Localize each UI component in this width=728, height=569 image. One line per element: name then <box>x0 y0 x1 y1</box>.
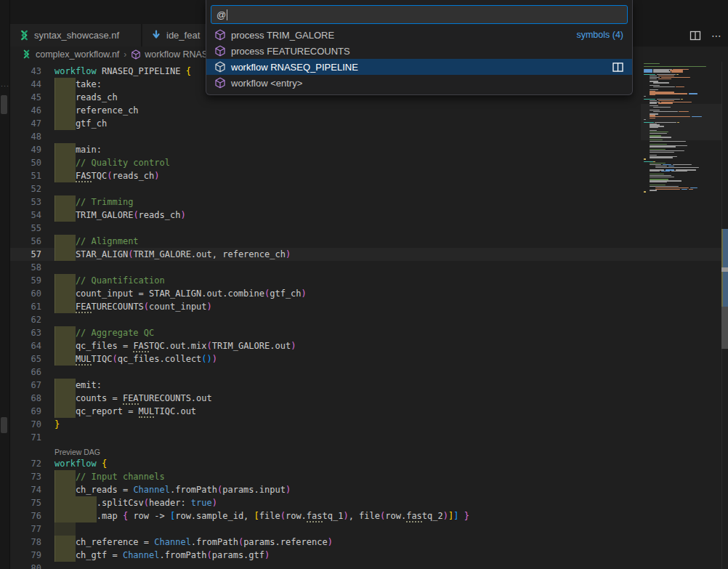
line-number: 73 <box>10 470 41 483</box>
code-editor[interactable]: 43workflow RNASEQ_PIPELINE {44 take:45 r… <box>10 62 721 569</box>
quick-open-input[interactable]: @ <box>211 5 628 24</box>
code-line[interactable]: 57 STAR_ALIGN(TRIM_GALORE.out, reference… <box>10 248 721 261</box>
line-number: 45 <box>10 91 41 104</box>
code-line[interactable]: 77 <box>10 522 721 536</box>
editor-actions: ⋯ <box>689 24 722 47</box>
line-number: 47 <box>10 117 41 130</box>
code-line[interactable]: 49 main: <box>10 143 721 156</box>
tab-label: syntax_showcase.nf <box>34 30 119 41</box>
quick-open-item-label: process FEATURECOUNTS <box>231 46 350 57</box>
line-number: 57 <box>10 248 41 261</box>
code-line[interactable]: 73 // Input channels <box>10 470 721 483</box>
line-number: 79 <box>10 549 41 562</box>
line-number: 56 <box>10 235 41 248</box>
line-number: 58 <box>10 261 41 274</box>
code-line[interactable]: 69 qc_report = MULTIQC.out <box>10 405 721 418</box>
code-line[interactable]: 67 emit: <box>10 379 721 392</box>
line-number: 55 <box>10 222 41 235</box>
quick-open-popup: @ process TRIM_GALOREsymbols (4)process … <box>206 0 633 95</box>
line-number: 75 <box>10 496 41 509</box>
code-line[interactable]: 53 // Trimming <box>10 195 721 209</box>
quick-open-item[interactable]: workflow RNASEQ_PIPELINE <box>206 59 632 75</box>
code-line[interactable]: 74 ch_reads = Channel.fromPath(params.in… <box>10 483 721 496</box>
line-number: 60 <box>10 287 41 300</box>
minimap-line <box>641 191 721 193</box>
code-line[interactable]: 63 // Aggregate QC <box>10 326 721 339</box>
line-number: 61 <box>10 300 41 313</box>
code-line[interactable]: 64 qc_files = FASTQC.out.mix(TRIM_GALORE… <box>10 339 721 352</box>
quick-open-item-label: workflow <entry> <box>231 78 302 89</box>
line-number: 49 <box>10 143 41 156</box>
code-line[interactable]: 65 MULTIQC(qc_files.collect()) <box>10 352 721 366</box>
tab-label: ide_feat <box>166 30 200 41</box>
line-number: 63 <box>10 326 41 339</box>
line-number: 68 <box>10 392 41 405</box>
code-line[interactable]: 46 reference_ch <box>10 104 721 117</box>
breadcrumb-file[interactable]: complex_workflow.nf <box>36 49 119 60</box>
split-editor-icon[interactable] <box>689 30 701 41</box>
text-caret <box>227 9 227 20</box>
code-line[interactable]: 55 <box>10 222 721 235</box>
code-line[interactable]: 54 TRIM_GALORE(reads_ch) <box>10 209 721 222</box>
line-number: 74 <box>10 483 41 496</box>
code-line[interactable]: 70} <box>10 418 721 431</box>
tab-syntax-showcase[interactable]: syntax_showcase.nf <box>10 24 142 47</box>
code-line[interactable]: 75 .splitCsv(header: true) <box>10 496 721 509</box>
line-number: 48 <box>10 130 41 143</box>
line-number: 46 <box>10 104 41 117</box>
quick-open-item[interactable]: process TRIM_GALOREsymbols (4) <box>206 27 632 43</box>
open-to-side-icon[interactable] <box>612 62 623 72</box>
overview-cursor-marker <box>721 267 728 272</box>
symbol-cube-icon <box>214 29 226 41</box>
minimap[interactable] <box>641 63 721 565</box>
indent-highlight <box>54 522 76 536</box>
codelens-preview-dag[interactable]: Preview DAG <box>10 444 721 457</box>
line-number: 44 <box>10 78 41 91</box>
symbol-cube-icon <box>214 77 226 89</box>
code-line[interactable]: 78 ch_reference = Channel.fromPath(param… <box>10 536 721 549</box>
code-line[interactable]: 68 counts = FEATURECOUNTS.out <box>10 392 721 405</box>
code-line[interactable]: 61 FEATURECOUNTS(count_input) <box>10 300 721 313</box>
quick-open-item[interactable]: workflow <entry> <box>206 75 632 91</box>
quick-open-item[interactable]: process FEATURECOUNTS <box>206 43 632 59</box>
line-number: 43 <box>10 65 41 78</box>
editor-scrollbar[interactable] <box>721 62 728 569</box>
code-line[interactable]: 79 ch_gtf = Channel.fromPath(params.gtf) <box>10 549 721 562</box>
code-line[interactable]: 72workflow { <box>10 457 721 470</box>
code-line[interactable]: 58 <box>10 261 721 274</box>
line-number: 53 <box>10 195 41 209</box>
line-number: 54 <box>10 209 41 222</box>
line-number: 69 <box>10 405 41 418</box>
line-number: 70 <box>10 418 41 431</box>
line-number: 67 <box>10 379 41 392</box>
left-scrollbar-mark <box>1 417 7 433</box>
code-line[interactable]: 52 <box>10 182 721 195</box>
line-number: 66 <box>10 366 41 379</box>
line-number: 78 <box>10 536 41 549</box>
code-line[interactable]: 47 gtf_ch <box>10 117 721 130</box>
code-line[interactable]: 76 .map { row -> [row.sample_id, [file(r… <box>10 509 721 522</box>
code-line[interactable]: 71 <box>10 431 721 444</box>
line-number: 50 <box>10 156 41 169</box>
line-number: 80 <box>10 562 41 569</box>
code-line[interactable]: 60 count_input = STAR_ALIGN.out.combine(… <box>10 287 721 300</box>
left-scrollbar-thumb[interactable] <box>1 95 7 114</box>
quick-open-query: @ <box>217 9 226 20</box>
chevron-right-icon: › <box>123 49 127 60</box>
line-number: 62 <box>10 313 41 326</box>
code-line[interactable]: 80 <box>10 562 721 569</box>
code-line[interactable]: 66 <box>10 366 721 379</box>
code-line[interactable]: 56 // Alignment <box>10 235 721 248</box>
code-line[interactable]: 62 <box>10 313 721 326</box>
line-number: 59 <box>10 274 41 287</box>
code-line[interactable]: 48 <box>10 130 721 143</box>
code-line[interactable]: 59 // Quantification <box>10 274 721 287</box>
quick-open-item-label: process TRIM_GALORE <box>231 30 334 41</box>
more-actions-icon[interactable]: ⋯ <box>711 30 722 41</box>
code-line[interactable]: 51 FASTQC(reads_ch) <box>10 169 721 182</box>
more-actions-icon[interactable]: ··· <box>1 82 9 89</box>
line-number: 65 <box>10 352 41 366</box>
vscode-window: ··· syntax_showcase.nf ide_feat <box>0 0 728 569</box>
scrollbar-thumb[interactable] <box>721 307 728 349</box>
code-line[interactable]: 50 // Quality control <box>10 156 721 169</box>
